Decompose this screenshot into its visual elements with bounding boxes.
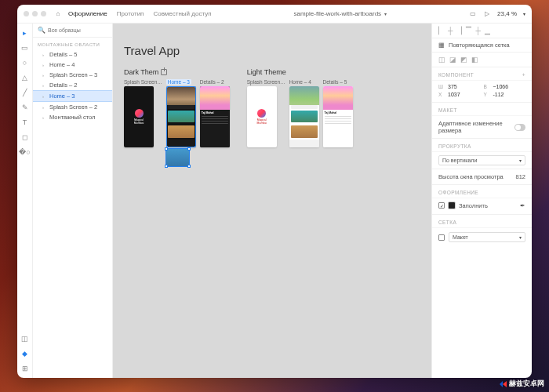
artboards-row: Splash Screen…MagicalMumbaiHome – 3Detai…: [124, 79, 230, 166]
zoom-tool[interactable]: �○: [20, 147, 30, 157]
artboard-splash[interactable]: MagicalMumbai: [247, 86, 277, 147]
artboard-label[interactable]: Splash Screen…: [247, 79, 285, 85]
tab-share[interactable]: Совместный доступ: [153, 10, 211, 17]
home-icon[interactable]: ⌂: [54, 10, 62, 18]
responsive-row: Адаптивное изменение размера: [432, 116, 532, 139]
device-icon[interactable]: ▭: [469, 10, 477, 18]
assets-icon[interactable]: ◫: [20, 334, 30, 343]
share-icon[interactable]: [161, 69, 167, 75]
component-heading: КОМПОНЕНТ +: [432, 67, 532, 81]
align-vcenter-icon[interactable]: ┼: [475, 27, 480, 34]
artboard-label[interactable]: Home – 3: [166, 79, 191, 85]
chevron-right-icon: ›: [42, 63, 47, 67]
tab-prototype[interactable]: Прототип: [117, 10, 144, 17]
align-top-icon[interactable]: ▔: [466, 27, 471, 34]
add-icon[interactable]: +: [522, 72, 525, 78]
align-bottom-icon[interactable]: ▁: [485, 27, 490, 34]
artboard-home[interactable]: [289, 86, 319, 147]
pen-tool[interactable]: ✎: [20, 103, 30, 112]
theme-title: Dark Them: [124, 68, 230, 76]
layer-label: Details – 5: [49, 51, 77, 58]
select-tool[interactable]: ▸: [20, 28, 30, 38]
line-tool[interactable]: ╱: [20, 88, 30, 97]
align-hcenter-icon[interactable]: ┼: [448, 27, 453, 34]
artboard-wrap: Details – 2Taj Mahal: [200, 79, 230, 147]
boolean-ops[interactable]: ◫ ◪ ◩ ◧: [432, 53, 532, 67]
width-value[interactable]: 375: [448, 84, 481, 89]
layer-item[interactable]: ›Details – 5: [33, 49, 112, 60]
ellipse-tool[interactable]: ○: [20, 58, 30, 67]
bool-subtract-icon[interactable]: ◪: [449, 56, 456, 64]
bool-exclude-icon[interactable]: ◧: [471, 56, 478, 64]
theme-title-text: Light Theme: [247, 68, 286, 76]
overflow-card[interactable]: [166, 149, 189, 166]
artboard-label[interactable]: Details – 2: [200, 79, 224, 85]
bool-add-icon[interactable]: ◫: [438, 56, 445, 64]
panel-search[interactable]: 🔍 ▾: [33, 24, 112, 38]
height-value[interactable]: ~1066: [493, 84, 526, 89]
layer-item[interactable]: ›Монтажный стол: [33, 112, 112, 122]
layers-list: ›Details – 5›Home – 4›Splash Screen – 3›…: [33, 49, 112, 122]
chevron-down-icon[interactable]: ▾: [523, 11, 525, 16]
layer-item[interactable]: ›Home – 4: [33, 60, 112, 70]
traffic-max[interactable]: [41, 11, 46, 16]
grid-select[interactable]: Макет ▾: [449, 232, 525, 242]
responsive-toggle[interactable]: [514, 124, 525, 131]
layers-icon[interactable]: ◆: [20, 349, 30, 358]
artboard-label[interactable]: Home – 4: [289, 79, 311, 85]
theme-title: Light Theme: [247, 68, 353, 76]
align-left-icon[interactable]: ▏: [438, 27, 444, 34]
artboard-home[interactable]: [166, 86, 196, 147]
play-icon[interactable]: ▷: [483, 10, 491, 18]
canvas[interactable]: Travel App Dark ThemSplash Screen…Magica…: [113, 24, 431, 378]
chevron-right-icon: ›: [42, 105, 47, 110]
artboard-tool[interactable]: ◻: [20, 132, 30, 142]
layers-panel: 🔍 ▾ МОНТАЖНЫЕ ОБЛАСТИ ›Details – 5›Home …: [33, 24, 113, 378]
artboard-detail[interactable]: Taj Mahal: [323, 86, 353, 147]
traffic-min[interactable]: [32, 11, 38, 16]
x-value[interactable]: 1037: [448, 92, 481, 97]
artboard-detail[interactable]: Taj Mahal: [200, 86, 230, 147]
fill-checkbox[interactable]: ✓: [438, 202, 445, 209]
align-right-icon[interactable]: ▕: [456, 27, 462, 34]
layer-item[interactable]: ›Home – 3: [33, 90, 112, 102]
viewport-value[interactable]: 812: [515, 173, 525, 180]
grid-row: Макет ▾: [432, 228, 532, 246]
plugins-icon[interactable]: ⊞: [20, 364, 30, 373]
themes-row: Dark ThemSplash Screen…MagicalMumbaiHome…: [124, 68, 420, 166]
traffic-close[interactable]: [24, 11, 29, 16]
window-controls[interactable]: [24, 11, 46, 16]
layer-item[interactable]: ›Splash Screen – 3: [33, 70, 112, 80]
artboard-label[interactable]: Splash Screen…: [124, 79, 162, 85]
theme-column: Dark ThemSplash Screen…MagicalMumbaiHome…: [124, 68, 230, 166]
artboard-label[interactable]: Details – 5: [323, 79, 347, 85]
grid-checkbox[interactable]: [438, 234, 445, 241]
polygon-tool[interactable]: △: [20, 73, 30, 82]
layer-item[interactable]: ›Splash Screen – 2: [33, 102, 112, 112]
search-input[interactable]: [48, 27, 117, 33]
eyedropper-icon[interactable]: ✒: [520, 202, 525, 209]
y-value[interactable]: -112: [493, 92, 526, 97]
repeat-grid-label[interactable]: Повторяющаяся сетка: [449, 42, 510, 49]
layer-item[interactable]: ›Details – 2: [33, 80, 112, 90]
y-label: Y: [484, 92, 490, 97]
artboard-splash[interactable]: MagicalMumbai: [124, 86, 154, 147]
app-window: ⌂ Оформление Прототип Совместный доступ …: [17, 5, 532, 378]
chevron-right-icon: ›: [42, 94, 47, 99]
text-tool[interactable]: T: [20, 118, 30, 127]
chevron-right-icon: ›: [42, 83, 47, 88]
scroll-select[interactable]: По вертикали ▾: [438, 155, 525, 165]
artboard-wrap: Home – 3: [166, 79, 196, 166]
layer-label: Details – 2: [49, 82, 77, 89]
repeat-grid-icon[interactable]: ▦: [438, 42, 445, 49]
align-tools[interactable]: ▏ ┼ ▕ ▔ ┼ ▁: [432, 24, 532, 38]
tab-design[interactable]: Оформление: [68, 10, 107, 17]
zoom-level[interactable]: 23,4 %: [497, 10, 517, 17]
grid-value: Макет: [453, 234, 468, 240]
bool-intersect-icon[interactable]: ◩: [460, 56, 467, 64]
scroll-heading: ПРОКРУТКА: [432, 139, 532, 152]
document-title[interactable]: sample-file-work-with-artboards ▾: [212, 10, 470, 17]
fill-swatch[interactable]: [448, 201, 456, 209]
rectangle-tool[interactable]: ▭: [20, 43, 30, 53]
layer-label: Монтажный стол: [49, 114, 95, 121]
